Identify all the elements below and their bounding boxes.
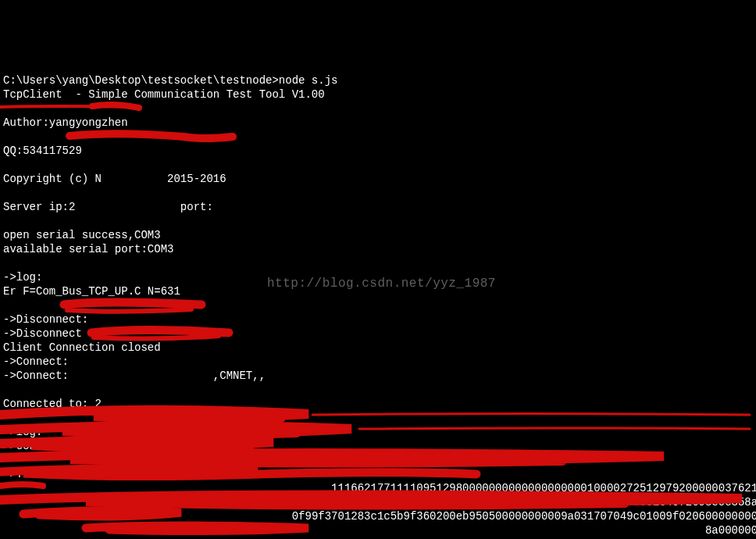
connect-line: ->Connect: ,CMNET,,	[3, 369, 266, 382]
copyright-line: Copyright (c) N 2015-2016	[3, 173, 226, 185]
redacted-text	[3, 510, 292, 523]
error-line: Er F=Com_Bus_TCP_UP.C N=631	[3, 285, 180, 298]
redacted-text	[3, 482, 331, 494]
closed-line: Client Connection closed	[3, 341, 161, 354]
banner-line: TcpClient - Simple Communication Test To…	[3, 88, 325, 101]
hex-data: 0f99f3701283c1c5b9f360200eb9505000000000…	[292, 510, 756, 523]
serial-avail-line: available serial port:COM3	[3, 243, 173, 255]
connected-line: Connected to: 2	[3, 398, 102, 410]
redacted-text	[3, 496, 383, 509]
disconnect-line: ->Disconnect:	[3, 313, 88, 326]
log-header-line: ->log:	[3, 271, 42, 284]
log-header-line: ->log:	[3, 426, 42, 438]
conn-succ-line: >>connect succ!	[3, 440, 102, 452]
server-pre: Server ip:2	[3, 201, 75, 213]
hex-line: 8a000000333010101	[3, 524, 756, 537]
serial-open-line: open serial success,COM3	[3, 229, 161, 241]
connect2-pre: ->Connect:	[3, 369, 69, 382]
hex-line: 3730313132393939313536061000000000000000…	[3, 496, 756, 509]
hex-line: 1116621771111095129800000000000000000001…	[3, 482, 756, 494]
copyright-post: 2015-2016	[161, 173, 226, 185]
redacted-text	[3, 524, 705, 537]
redacted-text	[102, 173, 161, 185]
terminal-output: C:\Users\yang\Desktop\testsocket\testnod…	[0, 56, 756, 539]
server-mid: port:	[173, 201, 212, 213]
hex-data: 1116621771111095129800000000000000000001…	[331, 482, 756, 494]
prompt-line: C:\Users\yang\Desktop\testsocket\testnod…	[3, 74, 337, 87]
hex-line: 0f99f3701283c1c5b9f360200eb9505000000000…	[3, 510, 756, 523]
server-line: Server ip:2 port:	[3, 201, 213, 213]
disconnect-line: ->Disconnect	[3, 327, 82, 340]
copyright-pre: Copyright (c) N	[3, 173, 102, 185]
tx-line: ->Tx:	[3, 468, 36, 480]
qq-line: QQ:534117529	[3, 145, 82, 157]
hex-data: 3730313132393939313536061000000000000000…	[383, 496, 756, 509]
connected-pre: Connected to: 2	[3, 398, 102, 410]
connect-line: ->Connect:	[3, 355, 69, 368]
connect2-post: ,CMNET,,	[213, 369, 266, 382]
author-line: Author:yangyongzhen	[3, 116, 128, 129]
hex-data: 8a000000333010101	[705, 524, 756, 537]
redacted-text	[75, 201, 173, 213]
redacted-text	[69, 369, 213, 382]
